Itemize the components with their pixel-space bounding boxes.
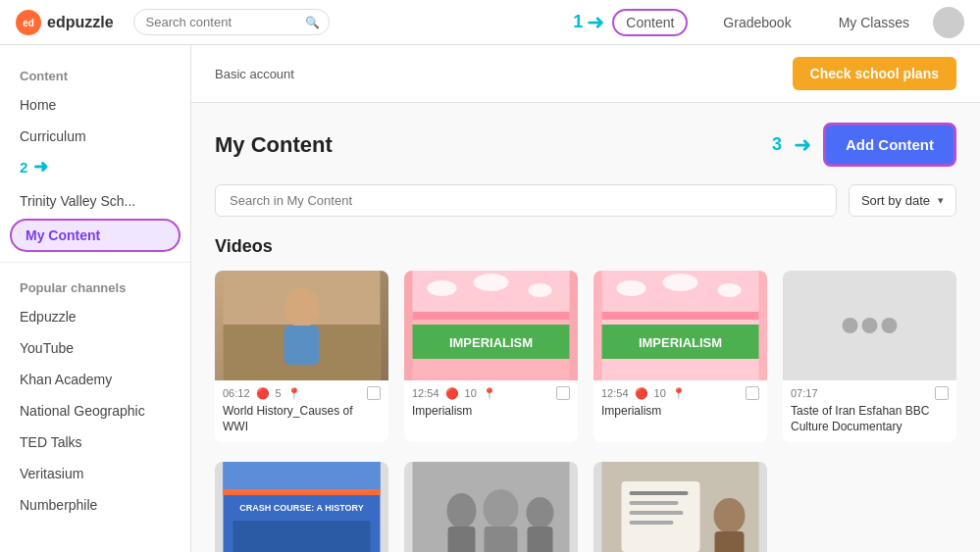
nav-myclasses[interactable]: My Classes (827, 11, 921, 34)
svg-point-11 (428, 280, 457, 296)
search-input[interactable] (133, 9, 330, 35)
video-card-row2-0[interactable]: CRASH COURSE: A HISTORY CRASH COURSE: A … (215, 462, 388, 552)
sidebar-item-veritasium[interactable]: Veritasium (0, 458, 190, 489)
nav-content[interactable]: Content (612, 9, 688, 36)
sidebar-item-youtube[interactable]: YouTube (0, 332, 190, 364)
svg-rect-41 (630, 511, 684, 515)
svg-rect-29 (224, 489, 381, 495)
videos-grid: 06:12 🔴 5 📍 World History_Causes of WWI (215, 271, 956, 442)
svg-point-23 (862, 318, 878, 333)
svg-point-18 (617, 280, 646, 296)
thumb-svg-row2-1 (404, 462, 578, 552)
content-header: My Content 3 ➜ Add Content (215, 123, 956, 167)
sidebar-item-edpuzzle[interactable]: Edpuzzle (0, 301, 190, 332)
svg-text:ed: ed (23, 18, 34, 28)
sidebar-item-home[interactable]: Home (0, 89, 190, 121)
video-checkbox-2[interactable] (746, 386, 759, 400)
svg-point-13 (529, 283, 552, 297)
svg-text:CRASH COURSE: A HISTORY: CRASH COURSE: A HISTORY (239, 503, 363, 513)
content-search-input[interactable] (215, 184, 837, 217)
sidebar-item-trinity[interactable]: Trinity Valley Sch... (0, 185, 190, 217)
video-meta-1: 12:54 🔴 10 📍 (404, 380, 578, 402)
sidebar-item-numberphile[interactable]: Numberphile (0, 489, 190, 521)
video-checkbox-1[interactable] (556, 386, 570, 400)
videos-section-label: Videos (215, 236, 956, 257)
annotation-arrow-2: ➜ (33, 156, 48, 177)
logo-text: edpuzzle (47, 14, 114, 31)
nav-arrow-1: ➜ (587, 10, 604, 35)
video-questions-1: 10 (465, 387, 477, 399)
video-duration-1: 12:54 (412, 387, 439, 399)
video-card-0[interactable]: 06:12 🔴 5 📍 World History_Causes of WWI (215, 271, 388, 442)
edpuzzle-logo-svg: ed (18, 12, 39, 33)
video-card-2[interactable]: IMPERIALISM 12:54 🔴 10 📍 Imperialism (593, 271, 767, 442)
svg-rect-36 (528, 527, 553, 552)
video-card-row2-2[interactable] (593, 462, 767, 552)
videos-grid-row2: CRASH COURSE: A HISTORY CRASH COURSE: A … (215, 462, 956, 552)
video-thumb-row2-0: CRASH COURSE: A HISTORY (215, 462, 388, 552)
svg-rect-40 (630, 501, 679, 505)
svg-point-12 (474, 274, 509, 291)
svg-rect-39 (630, 491, 689, 495)
svg-point-22 (843, 318, 858, 333)
add-content-button[interactable]: Add Content (823, 123, 956, 167)
svg-point-24 (882, 318, 898, 333)
video-duration-2: 12:54 (601, 387, 629, 399)
annotation-num-2: 2 (20, 159, 27, 176)
svg-rect-5 (284, 326, 320, 365)
video-thumb-1: IMPERIALISM (404, 271, 578, 380)
topnav: ed edpuzzle 🔍 1 ➜ Content Gradebook My C… (0, 0, 980, 45)
annotation-2: 2 ➜ (0, 152, 190, 185)
video-questions-0: 5 (276, 387, 282, 399)
annotation-num-3: 3 (772, 134, 782, 155)
chevron-down-icon: ▾ (938, 194, 944, 207)
thumb-svg-0 (215, 271, 388, 380)
svg-rect-32 (448, 527, 476, 552)
check-plans-button[interactable]: Check school plans (793, 57, 956, 90)
thumb-svg-3 (783, 271, 956, 380)
page-title: My Content (215, 132, 333, 158)
sidebar-item-ted[interactable]: TED Talks (0, 427, 190, 458)
avatar[interactable] (933, 7, 964, 38)
video-checkbox-3[interactable] (935, 386, 949, 400)
sidebar-item-mycontent[interactable]: My Content (10, 219, 181, 252)
header-right: 3 ➜ Add Content (772, 123, 956, 167)
svg-point-19 (663, 274, 698, 291)
video-meta-3: 07:17 (783, 380, 956, 402)
video-thumb-2: IMPERIALISM (593, 271, 767, 380)
svg-point-20 (718, 283, 742, 297)
video-meta-0: 06:12 🔴 5 📍 (215, 380, 388, 402)
nav-annotation-1: 1 (573, 12, 583, 32)
video-meta-2: 12:54 🔴 10 📍 (593, 380, 767, 402)
video-card-row2-1[interactable] (404, 462, 578, 552)
sidebar-item-curriculum[interactable]: Curriculum (0, 121, 190, 152)
account-bar: Basic account Check school plans (191, 45, 980, 103)
sidebar-content-label: Content (0, 61, 190, 89)
svg-rect-15 (602, 312, 759, 320)
video-title-3: Taste of Iran Esfahan BBC Culture Docume… (783, 402, 956, 442)
nav-gradebook[interactable]: Gradebook (711, 11, 802, 34)
sidebar-divider (0, 262, 190, 263)
video-questions-2: 10 (654, 387, 666, 399)
svg-rect-44 (715, 531, 745, 552)
video-checkbox-0[interactable] (367, 386, 381, 400)
thumb-svg-row2-2 (593, 462, 767, 552)
video-title-0: World History_Causes of WWI (215, 402, 388, 442)
video-card-1[interactable]: IMPERIALISM 12:54 🔴 10 📍 (404, 271, 578, 442)
sidebar-item-khanacademy[interactable]: Khan Academy (0, 364, 190, 395)
video-duration-3: 07:17 (791, 387, 818, 399)
sort-dropdown[interactable]: Sort by date ▾ (849, 184, 956, 217)
thumb-svg-row2-0: CRASH COURSE: A HISTORY (215, 462, 388, 552)
sort-label: Sort by date (861, 193, 930, 208)
video-thumb-3 (783, 271, 956, 380)
video-questions-icon-0: 🔴 (256, 387, 270, 400)
sidebar-item-natgeo[interactable]: National Geographic (0, 395, 190, 427)
search-icon: 🔍 (305, 16, 320, 29)
video-questions-icon-2: 🔴 (635, 387, 648, 400)
svg-rect-34 (485, 527, 518, 552)
video-thumb-0 (215, 271, 388, 380)
video-card-3[interactable]: 07:17 Taste of Iran Esfahan BBC Culture … (783, 271, 956, 442)
thumb-svg-1: IMPERIALISM (404, 271, 578, 380)
svg-rect-26 (224, 462, 381, 491)
thumb-svg-2: IMPERIALISM (593, 271, 767, 380)
